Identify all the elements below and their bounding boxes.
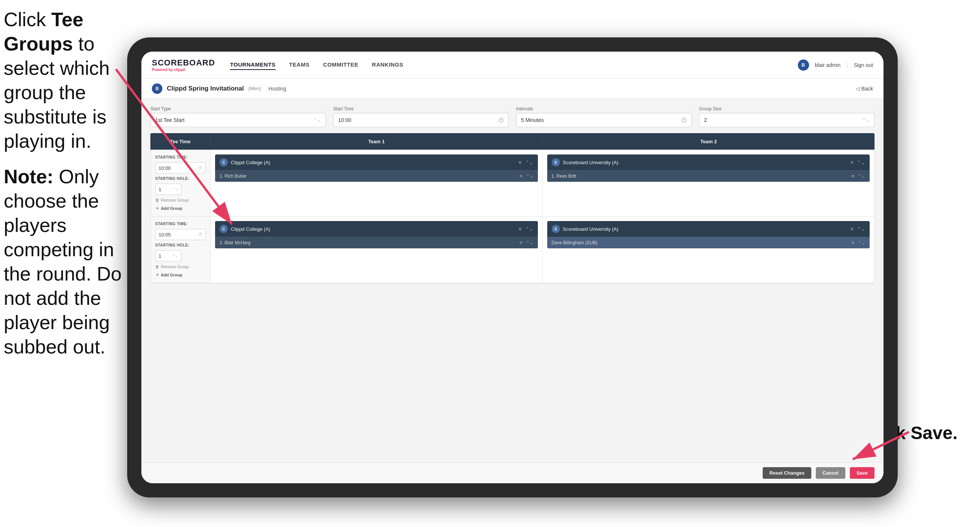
team-card-2-1[interactable]: S Scoreboard University (A) ✕ ⌃⌄ 1. — [547, 154, 870, 182]
nav-links: TOURNAMENTS TEAMS COMMITTEE RANKINGS — [230, 60, 798, 70]
group-size-arrow-icon: ⌃⌄ — [862, 118, 870, 123]
reset-changes-button[interactable]: Reset Changes — [763, 467, 811, 479]
intervals-input[interactable]: 5 Minutes 🕐 — [516, 113, 692, 127]
cancel-button[interactable]: Cancel — [816, 467, 845, 479]
nav-right: B blair admin | Sign out — [798, 59, 873, 71]
player-name-1-2-1: 2. Blair McHarg — [220, 240, 516, 245]
subheader-gender-tag: (Men) — [248, 86, 261, 91]
tee-time-col-1: STARTING TIME: 10:00 ⏱ STARTING HOLE: 1 … — [151, 150, 211, 216]
team-name-2-2: Scoreboard University (A) — [563, 226, 847, 232]
save-button[interactable]: Save — [850, 467, 875, 479]
team-close-icon-2-1[interactable]: ✕ — [850, 160, 854, 165]
player-name-2-1-1: 1. Rees Britt — [552, 174, 848, 179]
team-badge-1-2: C — [220, 225, 228, 233]
starting-time-input-1[interactable]: 10:00 ⏱ — [155, 162, 206, 174]
starting-hole-input-2[interactable]: 1 ⌃⌄ — [155, 250, 181, 261]
intervals-clock-icon: 🕐 — [681, 118, 687, 123]
subheader: B Clippd Spring Invitational (Men) Hosti… — [142, 78, 883, 99]
instruction-top-text: Click Tee Groups to select which group t… — [4, 8, 123, 153]
player-arrows-icon-1-1-1[interactable]: ⌃⌄ — [526, 174, 533, 179]
start-time-label: Start Time — [333, 106, 509, 111]
team-card-1-1[interactable]: C Clippd College (A) ✕ ⌃⌄ 1. Ri — [215, 154, 538, 182]
note-body: Only choose the players competing in the… — [4, 166, 122, 358]
intervals-label: Intervals — [516, 106, 692, 111]
team-actions-1-2: ✕ ⌃⌄ — [518, 226, 533, 232]
table-row: STARTING TIME: 10:05 ⏱ STARTING HOLE: 1 … — [151, 217, 874, 283]
intervals-group: Intervals 5 Minutes 🕐 — [516, 106, 692, 127]
tablet-frame: SCOREBOARD Powered by clippd TOURNAMENTS… — [127, 37, 898, 497]
groups-container: STARTING TIME: 10:00 ⏱ STARTING HOLE: 1 … — [150, 150, 875, 283]
team-badge-1-1: C — [220, 158, 228, 166]
col-header-team2: Team 2 — [542, 139, 875, 144]
team-name-1-1: Clippd College (A) — [231, 160, 515, 165]
hole-arrows-icon-2: ⌃⌄ — [172, 254, 178, 258]
nav-divider: | — [846, 62, 848, 68]
player-close-icon-sub[interactable]: ✕ — [851, 240, 855, 245]
starting-hole-input-1[interactable]: 1 ⌃⌄ — [155, 184, 181, 195]
player-row-sub: Dave Billingham (SUB) ✕ ⌃⌄ — [547, 237, 870, 248]
team-arrows-icon-2-1[interactable]: ⌃⌄ — [857, 160, 865, 165]
starting-time-label-2: STARTING TIME: — [155, 222, 206, 226]
team-arrows-icon-1-2[interactable]: ⌃⌄ — [525, 226, 533, 232]
team-actions-2-2: ✕ ⌃⌄ — [850, 226, 865, 232]
nav-teams[interactable]: TEAMS — [289, 60, 310, 70]
player-actions-sub: ✕ ⌃⌄ — [851, 240, 865, 245]
tee-groups-highlight: Tee Groups — [4, 9, 83, 55]
back-button[interactable]: ◁ Back — [856, 86, 873, 92]
start-type-input[interactable]: 1st Tee Start ⌃⌄ — [150, 113, 326, 127]
starting-time-label-1: STARTING TIME: — [155, 155, 206, 159]
add-group-btn-2[interactable]: ＋ Add Group — [155, 272, 206, 277]
team-close-icon-1-1[interactable]: ✕ — [518, 160, 522, 165]
group-size-input[interactable]: 2 ⌃⌄ — [699, 113, 875, 127]
starting-time-input-2[interactable]: 10:05 ⏱ — [155, 229, 206, 240]
player-close-icon-2-1-1[interactable]: ✕ — [851, 174, 855, 179]
player-arrows-icon-sub[interactable]: ⌃⌄ — [858, 240, 865, 245]
navbar: SCOREBOARD Powered by clippd TOURNAMENTS… — [142, 52, 883, 78]
start-time-input[interactable]: 10:00 🕐 — [333, 113, 509, 127]
team1-col-group2: C Clippd College (A) ✕ ⌃⌄ 2. Bl — [211, 217, 543, 283]
player-row-2-1-1: 1. Rees Britt ✕ ⌃⌄ — [547, 170, 870, 182]
team-close-icon-2-2[interactable]: ✕ — [850, 226, 854, 232]
player-arrows-icon-1-2-1[interactable]: ⌃⌄ — [526, 240, 533, 245]
logo-powered: Powered by clippd — [152, 68, 215, 72]
subheader-left: B Clippd Spring Invitational (Men) Hosti… — [152, 83, 286, 94]
team-card-header-1-2: C Clippd College (A) ✕ ⌃⌄ — [215, 221, 538, 237]
nav-rankings[interactable]: RANKINGS — [372, 60, 403, 70]
remove-group-btn-1[interactable]: 🗑 Remove Group — [155, 198, 206, 202]
col-header-tee-time: Tee Time — [150, 139, 210, 144]
subheader-hosting: Hosting — [269, 86, 286, 92]
sign-out-link[interactable]: Sign out — [854, 62, 873, 68]
team-arrows-icon-1-1[interactable]: ⌃⌄ — [525, 160, 533, 165]
player-close-icon-1-2-1[interactable]: ✕ — [519, 240, 523, 245]
time-clock-icon-2: ⏱ — [198, 232, 202, 237]
add-group-btn-1[interactable]: ＋ Add Group — [155, 205, 206, 211]
remove-group-btn-2[interactable]: 🗑 Remove Group — [155, 264, 206, 269]
subheader-title: Clippd Spring Invitational — [167, 85, 244, 92]
start-time-group: Start Time 10:00 🕐 — [333, 106, 509, 127]
team-name-1-2: Clippd College (A) — [231, 226, 515, 232]
logo-area: SCOREBOARD Powered by clippd — [152, 58, 215, 72]
nav-committee[interactable]: COMMITTEE — [323, 60, 359, 70]
team-close-icon-1-2[interactable]: ✕ — [518, 226, 522, 232]
nav-username: blair admin — [815, 62, 840, 68]
player-row-1-1-1: 1. Rich Butler ✕ ⌃⌄ — [215, 170, 538, 182]
tee-time-col-2: STARTING TIME: 10:05 ⏱ STARTING HOLE: 1 … — [151, 217, 211, 283]
team-card-1-2[interactable]: C Clippd College (A) ✕ ⌃⌄ 2. Bl — [215, 221, 538, 248]
nav-tournaments[interactable]: TOURNAMENTS — [230, 60, 276, 70]
table-header: Tee Time Team 1 Team 2 — [150, 133, 875, 150]
table-row: STARTING TIME: 10:00 ⏱ STARTING HOLE: 1 … — [151, 150, 874, 217]
start-type-group: Start Type 1st Tee Start ⌃⌄ — [150, 106, 326, 127]
plus-icon-1: ＋ — [155, 205, 159, 211]
player-row-1-2-1: 2. Blair McHarg ✕ ⌃⌄ — [215, 237, 538, 248]
time-clock-icon-1: ⏱ — [198, 166, 202, 170]
team-card-2-2[interactable]: S Scoreboard University (A) ✕ ⌃⌄ — [547, 221, 870, 248]
team-actions-2-1: ✕ ⌃⌄ — [850, 160, 865, 165]
note-label: Note: — [4, 166, 54, 187]
player-actions-2-1-1: ✕ ⌃⌄ — [851, 174, 865, 179]
team-arrows-icon-2-2[interactable]: ⌃⌄ — [857, 226, 865, 232]
player-arrows-icon-2-1-1[interactable]: ⌃⌄ — [858, 174, 865, 179]
player-close-icon-1-1-1[interactable]: ✕ — [519, 174, 523, 179]
player-actions-1-1-1: ✕ ⌃⌄ — [519, 174, 533, 179]
tablet-screen: SCOREBOARD Powered by clippd TOURNAMENTS… — [142, 52, 883, 483]
nav-avatar: B — [798, 59, 809, 71]
